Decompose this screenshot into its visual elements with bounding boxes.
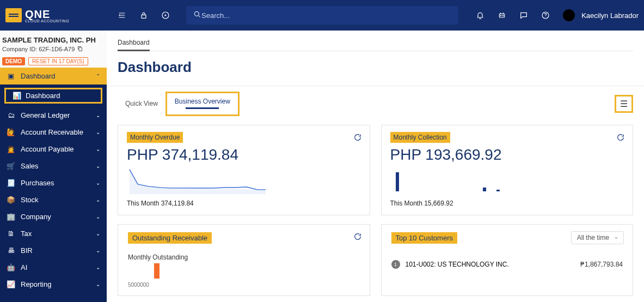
rank-badge: 1 bbox=[391, 260, 400, 269]
svg-rect-11 bbox=[496, 190, 500, 191]
sales-icon: 🛒 bbox=[7, 162, 15, 170]
refresh-button[interactable] bbox=[353, 232, 362, 243]
receivable-icon: 🙋 bbox=[7, 128, 15, 136]
chevron-down-icon: ⌄ bbox=[96, 231, 100, 237]
outstanding-bar-chart bbox=[128, 262, 360, 279]
sidebar-item-reporting[interactable]: 📈Reporting⌄ bbox=[0, 276, 107, 293]
sidebar: SAMPLE TRADING, INC. PH Company ID: 62F-… bbox=[0, 31, 107, 302]
card-title: Monthly Overdue bbox=[127, 132, 183, 143]
card-top-customers: Top 10 Customers All the time 1 101-U002… bbox=[381, 224, 634, 296]
tabs-row: Quick View Business Overview ☰ bbox=[107, 86, 644, 116]
chat-icon[interactable] bbox=[519, 11, 528, 20]
chevron-up-icon: ⌃ bbox=[96, 73, 100, 79]
chart-subtitle: Monthly Outstanding bbox=[128, 253, 360, 261]
play-circle-icon[interactable] bbox=[161, 11, 170, 20]
card-footer: This Month 374,119.84 bbox=[127, 200, 361, 207]
logo-mark-icon bbox=[5, 8, 22, 22]
sidebar-item-account-payable[interactable]: 🙍Account Payable⌄ bbox=[0, 141, 107, 158]
chevron-down-icon: ⌄ bbox=[96, 264, 100, 270]
stock-icon: 📦 bbox=[7, 196, 15, 204]
tax-icon: 🗎 bbox=[7, 229, 15, 238]
brand-logo[interactable]: QNE CLOUD ACCOUNTING bbox=[5, 8, 107, 23]
refresh-button[interactable] bbox=[616, 133, 625, 144]
chart-icon: 📊 bbox=[13, 92, 21, 100]
header-right: Kaecilyn Labrador bbox=[476, 9, 639, 21]
svg-rect-8 bbox=[79, 47, 82, 51]
company-name: SAMPLE TRADING, INC. PH bbox=[2, 36, 101, 44]
overdue-sparkline bbox=[127, 167, 361, 194]
card-monthly-collection: Monthly Collection PHP 193,669.92 This M… bbox=[381, 125, 634, 215]
svg-point-7 bbox=[545, 17, 546, 17]
reporting-icon: 📈 bbox=[7, 280, 15, 288]
svg-point-5 bbox=[503, 15, 504, 16]
chevron-down-icon: ⌄ bbox=[96, 247, 100, 253]
svg-rect-9 bbox=[396, 172, 399, 191]
sidebar-item-ai[interactable]: 🤖AI⌄ bbox=[0, 259, 107, 276]
y-tick: 5000000 bbox=[128, 282, 360, 288]
sidebar-item-company[interactable]: 🏢Company⌄ bbox=[0, 208, 107, 225]
search-input[interactable] bbox=[201, 11, 452, 20]
customer-name: 101-U002: US TECHNOLOGY INC. bbox=[406, 261, 509, 268]
company-icon: 🏢 bbox=[7, 213, 15, 221]
svg-rect-0 bbox=[142, 15, 146, 18]
tab-quick-view[interactable]: Quick View bbox=[118, 95, 165, 113]
avatar[interactable] bbox=[563, 9, 575, 21]
card-title: Outstanding Receivable bbox=[128, 232, 212, 244]
sidebar-item-stock[interactable]: 📦Stock⌄ bbox=[0, 191, 107, 208]
user-name-label[interactable]: Kaecilyn Labrador bbox=[581, 11, 639, 20]
chevron-down-icon: ⌄ bbox=[96, 180, 100, 186]
chevron-down-icon: ⌄ bbox=[96, 197, 100, 203]
chevron-down-icon: ⌄ bbox=[96, 214, 100, 220]
sidebar-item-dashboard[interactable]: ▣ Dashboard ⌃ bbox=[0, 68, 107, 84]
card-outstanding-receivable: Outstanding Receivable Monthly Outstandi… bbox=[118, 224, 370, 296]
dashboard-icon: ▣ bbox=[7, 72, 15, 80]
app-header: QNE CLOUD ACCOUNTING Kaecilyn Labrador bbox=[0, 0, 644, 31]
reset-badge[interactable]: RESET IN 17 DAY(S) bbox=[28, 57, 88, 65]
sidebar-item-purchases[interactable]: 🧾Purchases⌄ bbox=[0, 174, 107, 191]
copy-icon[interactable] bbox=[77, 45, 83, 53]
brand-subtitle: CLOUD ACCOUNTING bbox=[25, 19, 69, 23]
lock-icon[interactable] bbox=[139, 11, 148, 20]
sidebar-item-account-receivable[interactable]: 🙋Account Receivable⌄ bbox=[0, 124, 107, 141]
card-value: PHP 374,119.84 bbox=[127, 146, 361, 164]
sidebar-subitem-dashboard[interactable]: 📊 Dashboard bbox=[4, 88, 102, 104]
page-title: Dashboard bbox=[118, 59, 633, 76]
hamburger-icon: ☰ bbox=[620, 99, 628, 108]
company-info: SAMPLE TRADING, INC. PH Company ID: 62F-… bbox=[0, 31, 107, 68]
tab-business-overview[interactable]: Business Overview bbox=[165, 92, 240, 116]
refresh-button[interactable] bbox=[353, 133, 362, 144]
main-content: Dashboard Dashboard Quick View Business … bbox=[107, 31, 644, 302]
search-icon bbox=[193, 10, 201, 21]
chevron-down-icon: ⌄ bbox=[96, 163, 100, 169]
svg-rect-10 bbox=[483, 188, 486, 191]
bir-icon: 🖶 bbox=[7, 246, 15, 255]
header-left-icons bbox=[118, 11, 170, 20]
svg-point-2 bbox=[194, 11, 199, 16]
demo-badge: DEMO bbox=[2, 57, 25, 65]
customer-row[interactable]: 1 101-U002: US TECHNOLOGY INC. ₱1,867,79… bbox=[391, 260, 623, 269]
bell-icon[interactable] bbox=[476, 11, 484, 20]
card-title: Top 10 Customers bbox=[391, 232, 458, 244]
sidebar-item-bir[interactable]: 🖶BIR⌄ bbox=[0, 242, 107, 259]
card-monthly-overdue: Monthly Overdue PHP 374,119.84 This Mont… bbox=[118, 125, 370, 215]
breadcrumb[interactable]: Dashboard bbox=[118, 39, 150, 51]
sidebar-item-general-ledger[interactable]: 🗂General Ledger⌄ bbox=[0, 107, 107, 124]
company-id: Company ID: 62F-1D6-A79 bbox=[2, 45, 101, 53]
chevron-down-icon: ⌄ bbox=[96, 281, 100, 287]
card-title: Monthly Collection bbox=[390, 132, 450, 143]
indent-icon[interactable] bbox=[118, 11, 126, 20]
time-range-select[interactable]: All the time bbox=[571, 231, 624, 244]
robot-icon[interactable] bbox=[498, 11, 506, 20]
payable-icon: 🙍 bbox=[7, 145, 15, 153]
chevron-down-icon: ⌄ bbox=[96, 129, 100, 135]
sidebar-item-sales[interactable]: 🛒Sales⌄ bbox=[0, 158, 107, 174]
chevron-down-icon: ⌄ bbox=[96, 112, 100, 118]
customer-amount: ₱1,867,793.84 bbox=[580, 261, 623, 268]
global-search[interactable] bbox=[186, 6, 458, 25]
sidebar-item-tax[interactable]: 🗎Tax⌄ bbox=[0, 225, 107, 242]
help-icon[interactable] bbox=[541, 11, 550, 20]
collection-bars bbox=[390, 167, 624, 194]
purchases-icon: 🧾 bbox=[7, 179, 15, 187]
panel-menu-button[interactable]: ☰ bbox=[615, 95, 633, 113]
card-footer: This Month 15,669.92 bbox=[390, 200, 624, 207]
